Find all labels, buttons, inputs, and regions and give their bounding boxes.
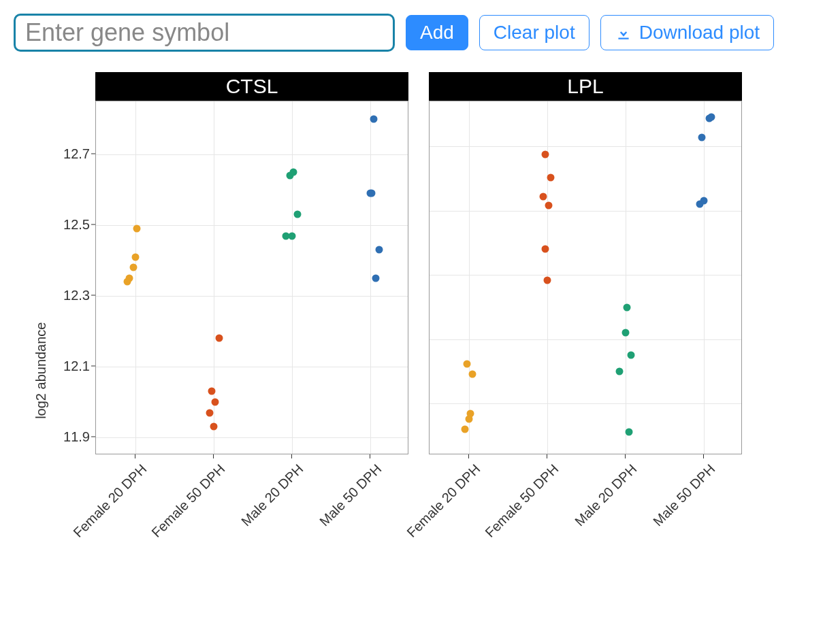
x-tick-label: Male 20 DPH [571,461,639,529]
y-tick-label: 11.9 [63,429,90,445]
data-point [461,426,468,433]
data-point [624,303,631,311]
data-point [541,150,549,158]
data-point [469,370,476,378]
data-point [126,275,133,282]
data-point [133,225,141,233]
x-axis: Female 20 DPHFemale 50 DPHMale 20 DPHMal… [429,454,742,556]
x-tick-label: Female 20 DPH [404,461,483,541]
data-point [210,423,217,431]
data-point [290,169,297,176]
data-point [539,193,547,200]
y-axis-label: log2 abundance [33,322,49,419]
facet-title: CTSL [95,72,408,101]
x-tick-label: Male 50 DPH [316,461,384,529]
data-point [288,232,295,239]
data-point [616,368,624,375]
facet-title: LPL [429,72,742,101]
data-point [467,410,474,418]
plots-container: log2 abundance CTSL11.912.112.312.512.7F… [48,72,826,556]
data-point [293,211,301,218]
data-point [707,113,715,120]
data-point [368,190,376,197]
plot-panel [95,101,408,454]
data-point [129,264,137,271]
data-point [626,428,633,435]
data-point [545,202,553,210]
x-tick-label: Male 50 DPH [649,461,717,529]
x-tick-label: Female 50 DPH [148,461,228,541]
data-point [372,275,379,282]
facet-lpl: LPL1010.51111.512Female 20 DPHFemale 50 … [429,72,742,556]
y-tick-label: 12.7 [63,146,90,162]
data-point [698,133,705,141]
download-plot-label: Download plot [639,21,760,44]
toolbar: Add Clear plot Download plot [14,14,826,52]
data-point [206,409,213,416]
y-tick-label: 12.1 [63,358,90,374]
x-tick-label: Female 50 DPH [482,461,562,541]
data-point [543,276,551,284]
data-point [547,173,555,181]
data-point [541,246,549,253]
y-tick-label: 12.3 [63,288,90,303]
x-axis: Female 20 DPHFemale 50 DPHMale 20 DPHMal… [95,454,408,556]
data-point [212,399,219,406]
x-tick-label: Male 20 DPH [238,461,306,529]
plot-panel [429,101,742,454]
facet-ctsl: CTSL11.912.112.312.512.7Female 20 DPHFem… [48,72,408,556]
add-button[interactable]: Add [406,15,468,50]
y-tick-label: 12.5 [63,217,90,233]
data-point [131,253,139,261]
data-point [208,388,215,395]
data-point [215,335,223,342]
data-point [627,351,634,358]
clear-plot-button[interactable]: Clear plot [479,15,589,50]
data-point [700,197,707,204]
data-point [376,246,383,254]
y-axis: 11.912.112.312.512.7 [48,101,95,454]
download-plot-button[interactable]: Download plot [600,15,774,50]
x-tick-label: Female 20 DPH [70,461,150,541]
download-icon [615,24,632,41]
data-point [621,329,629,337]
data-point [370,116,378,123]
gene-symbol-input[interactable] [14,14,395,52]
data-point [463,360,470,367]
